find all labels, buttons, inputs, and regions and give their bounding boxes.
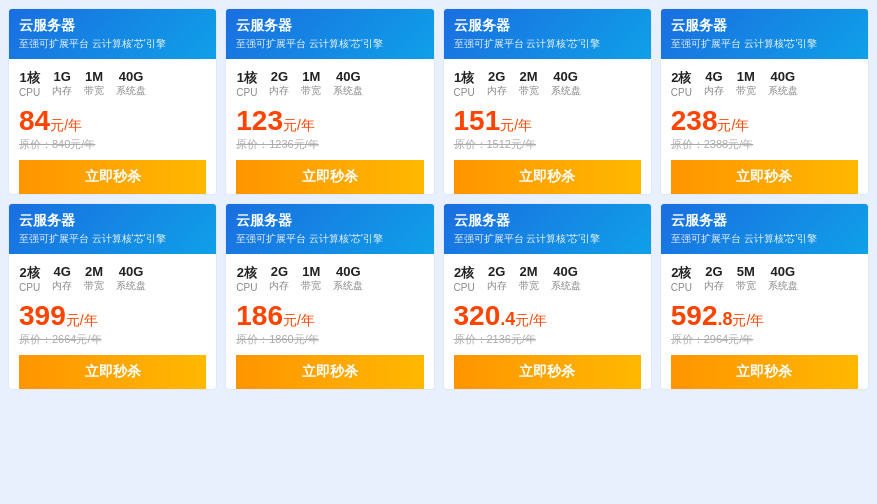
spec-label: 内存	[704, 279, 724, 293]
card-title: 云服务器	[454, 17, 641, 35]
card-1: 云服务器至强可扩展平台 云计算核'芯'引擎1核CPU1G内存1M带宽40G系统盘…	[8, 8, 217, 195]
spec-label: 带宽	[736, 84, 756, 98]
spec-item: 2G内存	[704, 264, 724, 293]
buy-button[interactable]: 立即秒杀	[236, 355, 423, 389]
spec-item: 2M带宽	[519, 264, 539, 293]
price-original: 原价：1236元/年	[236, 137, 423, 152]
spec-item: 40G系统盘	[551, 264, 581, 293]
spec-item: 40G系统盘	[333, 69, 363, 98]
card-title: 云服务器	[236, 17, 423, 35]
buy-button[interactable]: 立即秒杀	[19, 160, 206, 194]
card-title: 云服务器	[19, 17, 206, 35]
spec-label: 系统盘	[333, 279, 363, 293]
specs-row: 2核CPU2G内存5M带宽40G系统盘	[671, 264, 858, 293]
spec-value: 1核	[454, 69, 475, 87]
spec-value: 4G	[52, 264, 72, 279]
spec-item: 2M带宽	[84, 264, 104, 293]
spec-item: 4G内存	[52, 264, 72, 293]
spec-label: 带宽	[84, 84, 104, 98]
spec-item: 1M带宽	[301, 69, 321, 98]
card-subtitle: 至强可扩展平台 云计算核'芯'引擎	[671, 232, 858, 246]
card-subtitle: 至强可扩展平台 云计算核'芯'引擎	[454, 37, 641, 51]
card-header-5: 云服务器至强可扩展平台 云计算核'芯'引擎	[9, 204, 216, 254]
spec-value: 2G	[704, 264, 724, 279]
specs-row: 1核CPU1G内存1M带宽40G系统盘	[19, 69, 206, 98]
spec-item: 1核CPU	[19, 69, 40, 98]
spec-value: 2M	[519, 264, 539, 279]
card-title: 云服务器	[19, 212, 206, 230]
spec-label: 内存	[487, 84, 507, 98]
spec-value: 40G	[768, 264, 798, 279]
spec-value: 40G	[116, 69, 146, 84]
spec-label: 系统盘	[116, 84, 146, 98]
spec-item: 2核CPU	[671, 264, 692, 293]
specs-row: 2核CPU2G内存2M带宽40G系统盘	[454, 264, 641, 293]
spec-item: 40G系统盘	[551, 69, 581, 98]
price-main: 84元/年	[19, 106, 206, 137]
spec-item: 1核CPU	[454, 69, 475, 98]
buy-button[interactable]: 立即秒杀	[454, 160, 641, 194]
price-original: 原价：840元/年	[19, 137, 206, 152]
spec-label: 带宽	[519, 84, 539, 98]
card-6: 云服务器至强可扩展平台 云计算核'芯'引擎2核CPU2G内存1M带宽40G系统盘…	[225, 203, 434, 390]
card-body: 1核CPU2G内存1M带宽40G系统盘123元/年原价：1236元/年立即秒杀	[226, 59, 433, 194]
spec-label: 带宽	[84, 279, 104, 293]
spec-value: 2M	[519, 69, 539, 84]
buy-button[interactable]: 立即秒杀	[236, 160, 423, 194]
spec-item: 5M带宽	[736, 264, 756, 293]
spec-label: CPU	[671, 282, 692, 293]
spec-value: 40G	[551, 264, 581, 279]
spec-item: 40G系统盘	[768, 69, 798, 98]
spec-label: CPU	[454, 87, 475, 98]
price-main: 186元/年	[236, 301, 423, 332]
spec-label: 内存	[487, 279, 507, 293]
card-subtitle: 至强可扩展平台 云计算核'芯'引擎	[19, 37, 206, 51]
spec-label: CPU	[236, 282, 257, 293]
buy-button[interactable]: 立即秒杀	[671, 160, 858, 194]
buy-button[interactable]: 立即秒杀	[19, 355, 206, 389]
spec-label: 系统盘	[116, 279, 146, 293]
specs-row: 2核CPU4G内存1M带宽40G系统盘	[671, 69, 858, 98]
price-main: 399元/年	[19, 301, 206, 332]
spec-item: 1M带宽	[84, 69, 104, 98]
card-subtitle: 至强可扩展平台 云计算核'芯'引擎	[454, 232, 641, 246]
card-title: 云服务器	[671, 212, 858, 230]
price-original: 原价：2964元/年	[671, 332, 858, 347]
spec-label: CPU	[454, 282, 475, 293]
card-5: 云服务器至强可扩展平台 云计算核'芯'引擎2核CPU4G内存2M带宽40G系统盘…	[8, 203, 217, 390]
spec-label: 系统盘	[551, 279, 581, 293]
spec-label: CPU	[19, 87, 40, 98]
spec-value: 40G	[116, 264, 146, 279]
card-subtitle: 至强可扩展平台 云计算核'芯'引擎	[236, 232, 423, 246]
card-header-4: 云服务器至强可扩展平台 云计算核'芯'引擎	[661, 9, 868, 59]
spec-value: 1M	[736, 69, 756, 84]
spec-value: 2G	[269, 264, 289, 279]
card-body: 2核CPU2G内存1M带宽40G系统盘186元/年原价：1860元/年立即秒杀	[226, 254, 433, 389]
spec-value: 1M	[301, 69, 321, 84]
price-original: 原价：2664元/年	[19, 332, 206, 347]
price-main: 592.8元/年	[671, 301, 858, 332]
card-subtitle: 至强可扩展平台 云计算核'芯'引擎	[671, 37, 858, 51]
spec-value: 2核	[454, 264, 475, 282]
spec-label: CPU	[19, 282, 40, 293]
spec-label: 内存	[52, 84, 72, 98]
specs-row: 1核CPU2G内存1M带宽40G系统盘	[236, 69, 423, 98]
buy-button[interactable]: 立即秒杀	[671, 355, 858, 389]
card-subtitle: 至强可扩展平台 云计算核'芯'引擎	[19, 232, 206, 246]
card-body: 2核CPU2G内存2M带宽40G系统盘320.4元/年原价：2136元/年立即秒…	[444, 254, 651, 389]
specs-row: 2核CPU2G内存1M带宽40G系统盘	[236, 264, 423, 293]
spec-value: 1M	[84, 69, 104, 84]
spec-item: 1G内存	[52, 69, 72, 98]
card-3: 云服务器至强可扩展平台 云计算核'芯'引擎1核CPU2G内存2M带宽40G系统盘…	[443, 8, 652, 195]
spec-value: 1M	[301, 264, 321, 279]
spec-value: 40G	[551, 69, 581, 84]
spec-value: 2核	[236, 264, 257, 282]
spec-item: 2G内存	[487, 264, 507, 293]
spec-value: 2G	[269, 69, 289, 84]
price-main: 123元/年	[236, 106, 423, 137]
spec-label: 带宽	[519, 279, 539, 293]
buy-button[interactable]: 立即秒杀	[454, 355, 641, 389]
spec-item: 2核CPU	[19, 264, 40, 293]
card-header-7: 云服务器至强可扩展平台 云计算核'芯'引擎	[444, 204, 651, 254]
spec-value: 40G	[333, 69, 363, 84]
